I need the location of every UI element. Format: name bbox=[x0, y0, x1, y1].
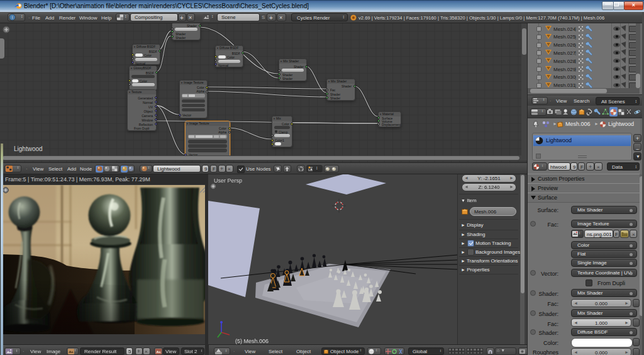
svg-text:(5) Mesh.006: (5) Mesh.006 bbox=[235, 338, 269, 344]
svg-text:User Persp: User Persp bbox=[214, 178, 242, 184]
